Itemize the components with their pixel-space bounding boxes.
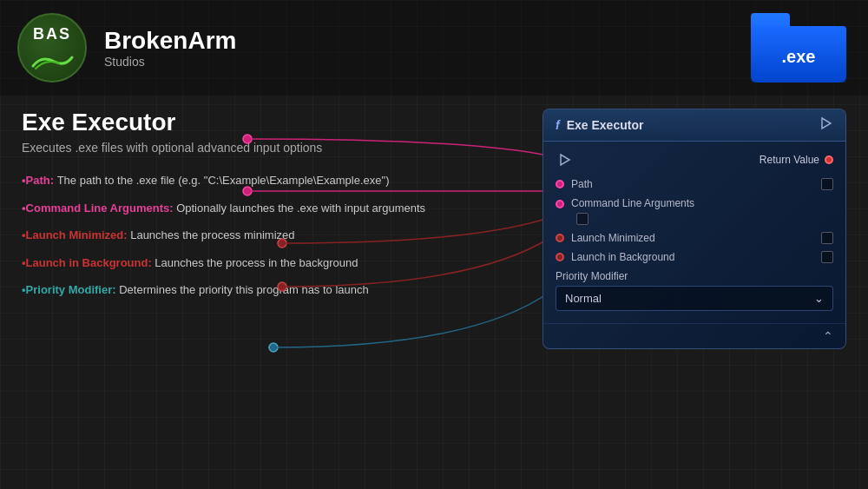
node-row-launch-min: Launch Minimized	[556, 232, 833, 244]
param-path-desc: The path to the .exe file (e.g. "C:\Exam…	[57, 174, 390, 187]
folder-exe-label: .exe	[782, 47, 816, 67]
chevron-up-icon[interactable]: ⌃	[823, 329, 833, 343]
launch-bg-checkbox[interactable]	[821, 251, 833, 263]
logo-swoosh-icon	[29, 53, 76, 70]
param-path: •Path: The path to the .exe file (e.g. "…	[22, 172, 508, 189]
return-value-dot	[825, 155, 833, 164]
priority-label: Priority Modifier	[556, 270, 833, 282]
node-header-play[interactable]	[819, 116, 833, 134]
param-cmdargs: •Command Line Arguments: Optionally laun…	[22, 200, 508, 217]
cmdargs-dot	[556, 200, 564, 208]
param-priority-label: •Priority Modifier:	[22, 283, 119, 296]
launch-min-checkbox[interactable]	[821, 232, 833, 244]
right-panel: f Exe Executor	[525, 109, 846, 476]
path-dot	[556, 180, 564, 188]
path-label: Path	[571, 178, 816, 190]
brand-info: BrokenArm Studios	[104, 27, 236, 69]
param-launch-bg: •Launch in Background: Launches the proc…	[22, 254, 508, 272]
node-header: f Exe Executor	[543, 109, 845, 142]
return-value: Return Value	[760, 154, 833, 166]
exe-icon-container: .exe	[746, 9, 851, 87]
brand-name: BrokenArm	[104, 27, 236, 55]
param-launch-min-label: •Launch Minimized:	[22, 228, 130, 241]
node-title: Exe Executor	[567, 118, 644, 132]
page-subtitle: Executes .exe files with optional advanc…	[22, 141, 508, 155]
cmdargs-label: Command Line Arguments	[571, 197, 833, 209]
param-cmdargs-desc: Optionally launches the .exe with input …	[176, 202, 425, 215]
param-priority-desc: Determines the priority this program has…	[119, 283, 369, 296]
priority-value: Normal	[565, 292, 602, 305]
launch-bg-label: Launch in Background	[571, 251, 816, 263]
param-launch-bg-label: •Launch in Background:	[22, 256, 155, 269]
node-play-button[interactable]	[556, 150, 575, 169]
node-footer: ⌃	[543, 323, 845, 348]
launch-bg-dot	[556, 253, 564, 261]
launch-min-label: Launch Minimized	[571, 232, 816, 244]
svg-marker-5	[822, 118, 831, 129]
left-panel: Exe Executor Executes .exe files with op…	[22, 109, 525, 476]
func-icon: f	[556, 118, 560, 132]
logo: BAS	[17, 13, 87, 83]
node-top-row: Return Value	[556, 150, 833, 169]
node-body: Return Value Path Command Line Arguments	[543, 142, 845, 323]
param-path-label: •Path:	[22, 174, 57, 187]
brand-sub: Studios	[104, 55, 236, 69]
param-launch-min: •Launch Minimized: Launches the process …	[22, 227, 508, 244]
node-row-path: Path	[556, 178, 833, 190]
launch-min-dot	[556, 234, 564, 242]
cmdargs-checkbox[interactable]	[576, 213, 589, 225]
header: BAS BrokenArm Studios .exe	[0, 0, 868, 96]
priority-dropdown[interactable]: Normal ⌄	[556, 286, 833, 311]
folder-icon: .exe	[751, 13, 846, 83]
svg-marker-6	[561, 155, 569, 165]
node-row-cmdargs: Command Line Arguments	[556, 197, 833, 225]
cmdargs-content: Command Line Arguments	[571, 197, 833, 225]
main-content: Exe Executor Executes .exe files with op…	[0, 96, 868, 489]
chevron-down-icon: ⌄	[814, 292, 824, 305]
node-row-launch-bg: Launch in Background	[556, 251, 833, 263]
node-card: f Exe Executor	[542, 109, 846, 349]
return-value-label: Return Value	[760, 154, 819, 166]
path-checkbox[interactable]	[821, 178, 833, 190]
logo-text: BAS	[33, 25, 71, 43]
priority-section: Priority Modifier Normal ⌄	[556, 270, 833, 311]
param-cmdargs-label: •Command Line Arguments:	[22, 202, 176, 215]
param-launch-bg-desc: Launches the process in the background	[155, 256, 358, 269]
param-launch-min-desc: Launches the process minimized	[130, 228, 294, 241]
page-title: Exe Executor	[22, 109, 508, 136]
param-priority: •Priority Modifier: Determines the prior…	[22, 281, 508, 299]
